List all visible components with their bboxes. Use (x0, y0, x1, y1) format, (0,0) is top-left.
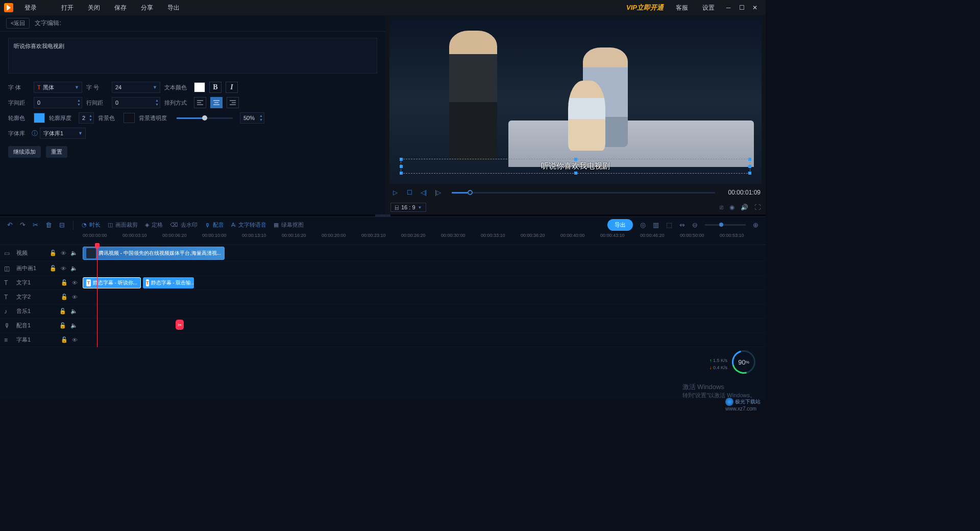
lock-icon[interactable]: 🔓 (50, 265, 57, 272)
letter-spacing-input[interactable]: 0▲▼ (34, 97, 82, 108)
back-button[interactable]: <返回 (6, 18, 30, 29)
menu-close[interactable]: 关闭 (81, 4, 107, 12)
undo-button[interactable]: ↶ (7, 221, 13, 229)
redo-button[interactable]: ↷ (20, 221, 26, 229)
minimize-button[interactable]: ─ (722, 1, 735, 14)
vip-button[interactable]: VIP立即开通 (621, 3, 669, 12)
video-preview[interactable]: 听说你喜欢我电视剧 (389, 17, 762, 184)
prev-frame-button[interactable]: ◁| (419, 189, 428, 196)
settings[interactable]: 设置 (695, 4, 722, 12)
login-button[interactable]: 登录 (17, 4, 44, 12)
fontlib-info-icon[interactable]: ⓘ (32, 129, 38, 138)
voice-button[interactable]: 🎙配音 (205, 221, 224, 229)
cut-marker[interactable]: ✂ (176, 320, 184, 330)
eye-icon[interactable]: 👁 (72, 337, 78, 343)
lock-icon[interactable]: 🔓 (61, 336, 68, 343)
lock-icon[interactable]: 🔓 (61, 279, 68, 286)
outline-color-swatch[interactable] (34, 113, 45, 123)
ruler-tick: 00:00:20:00 (322, 233, 346, 238)
lock-icon[interactable]: 🔓 (61, 294, 68, 300)
duration-button[interactable]: ◔时长 (82, 221, 101, 229)
customer-service[interactable]: 客服 (669, 4, 695, 12)
export-button[interactable]: 导出 (607, 219, 633, 231)
volume-icon[interactable]: 🔊 (741, 204, 748, 211)
maximize-button[interactable]: ☐ (735, 1, 748, 14)
outline-width-input[interactable]: 2▲▼ (79, 112, 94, 124)
continue-add-button[interactable]: 继续添加 (8, 146, 41, 158)
remove-watermark-button[interactable]: ⌫去水印 (170, 221, 198, 229)
zoom-slider[interactable] (705, 224, 746, 226)
ruler-tick: 00:00:33:10 (481, 233, 505, 238)
fullscreen-icon[interactable]: ⛶ (754, 204, 761, 211)
eye-icon[interactable]: 👁 (61, 266, 66, 272)
aspect-ratio-select[interactable]: ⌸16 : 9▼ (390, 203, 426, 212)
mute-icon[interactable]: 🔈 (70, 265, 78, 272)
bg-color-label: 背景色 (98, 114, 119, 122)
eye-icon[interactable]: 👁 (61, 250, 66, 256)
mute-icon[interactable]: 🔈 (70, 308, 78, 315)
stop-button[interactable]: ☐ (405, 189, 414, 196)
menu-export[interactable]: 导出 (160, 4, 187, 12)
align-right-button[interactable] (227, 97, 239, 108)
align-left-button[interactable] (194, 97, 206, 108)
line-spacing-input[interactable]: 0▲▼ (112, 97, 160, 108)
video-track: ▭视频🔓👁🔈 腾讯视频 - 中国领先的在线视频媒体平台,海量高清视... (0, 245, 766, 261)
next-frame-button[interactable]: |▷ (433, 189, 443, 196)
size-select[interactable]: 24▼ (112, 82, 160, 93)
seek-bar[interactable] (452, 192, 715, 194)
font-select[interactable]: T黑体▼ (34, 82, 82, 93)
cut-button[interactable]: ✂ (33, 221, 38, 229)
text-clip-2[interactable]: T静态字幕 - 双击输... (143, 277, 194, 288)
italic-button[interactable]: I (226, 82, 238, 93)
menu-share[interactable]: 分享 (134, 4, 160, 12)
reset-button[interactable]: 重置 (46, 146, 67, 158)
bg-opacity-slider[interactable] (177, 117, 233, 119)
mute-icon[interactable]: 🔈 (70, 250, 78, 256)
close-window-button[interactable]: ✕ (748, 1, 762, 14)
text-color-swatch[interactable] (194, 82, 205, 92)
time-ruler[interactable]: 00:00:00:00 00:00:03:10 00:00:06:20 00:0… (0, 233, 766, 245)
delete-button[interactable]: 🗑 (45, 221, 52, 229)
bold-button[interactable]: B (209, 82, 222, 93)
monitor-icon: ⌸ (395, 204, 399, 210)
snapshot-icon[interactable]: ◉ (729, 204, 734, 211)
eraser-icon: ⌫ (170, 222, 178, 228)
cast-icon[interactable]: ⎚ (720, 204, 723, 211)
menu-save[interactable]: 保存 (107, 4, 134, 12)
lock-icon[interactable]: 🔓 (50, 250, 57, 256)
ruler-tick: 00:00:00:00 (83, 233, 107, 238)
menu-open[interactable]: 打开 (54, 4, 81, 12)
lock-icon[interactable]: 🔓 (59, 322, 66, 329)
play-button[interactable]: ▷ (390, 189, 400, 196)
tool-icon-1[interactable]: ◎ (640, 221, 646, 229)
split-button[interactable]: ⊟ (59, 221, 65, 229)
crop-button[interactable]: ◫画面裁剪 (108, 221, 138, 229)
zoom-out-button[interactable]: ⊖ (692, 221, 698, 229)
tts-button[interactable]: Aᵢ文字转语音 (231, 221, 266, 229)
zoom-in-button[interactable]: ⊕ (753, 221, 758, 229)
bg-opacity-value[interactable]: 50%▲▼ (240, 112, 264, 124)
mute-icon[interactable]: 🔈 (70, 322, 78, 329)
text-input[interactable]: 听说你喜欢我电视剧 (8, 38, 377, 74)
video-clip[interactable]: 腾讯视频 - 中国领先的在线视频媒体平台,海量高清视... (83, 247, 225, 260)
freeze-button[interactable]: ◈定格 (145, 221, 163, 229)
line-spacing-label: 行间距 (86, 99, 108, 107)
outline-width-label: 轮廓厚度 (49, 114, 75, 122)
align-center-button[interactable] (210, 97, 223, 108)
timeline: 00:00:00:00 00:00:03:10 00:00:06:20 00:0… (0, 233, 766, 399)
playhead[interactable] (97, 245, 97, 347)
tool-icon-2[interactable]: ▥ (653, 221, 659, 229)
lock-icon[interactable]: 🔓 (59, 308, 66, 315)
text-editor-panel: <返回 文字编辑: 听说你喜欢我电视剧 字 体 T黑体▼ 字 号 24▼ 文本颜… (0, 15, 385, 214)
music-track-icon: ♪ (4, 308, 12, 315)
eye-icon[interactable]: 👁 (72, 280, 78, 286)
greenscreen-button[interactable]: ▦绿幕抠图 (274, 221, 304, 229)
bg-color-swatch[interactable] (124, 113, 135, 123)
ruler-tick: 00:00:50:00 (680, 233, 704, 238)
eye-icon[interactable]: 👁 (72, 294, 78, 300)
text-clip-1[interactable]: T静态字幕 - 听说你... (83, 277, 141, 288)
caption-overlay[interactable]: 听说你喜欢我电视剧 (401, 159, 750, 174)
tool-icon-3[interactable]: ⬚ (666, 221, 672, 229)
tool-icon-4[interactable]: ⇔ (679, 221, 685, 229)
fontlib-select[interactable]: 字体库1▼ (40, 128, 86, 139)
